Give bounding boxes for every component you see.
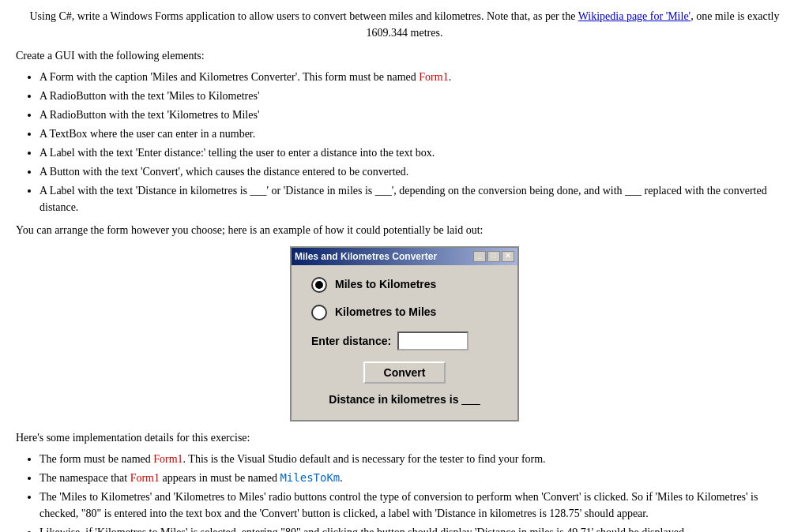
radio1-label: Miles to Kilometres: [335, 276, 436, 293]
wikipedia-link[interactable]: Wikipedia page for 'Mile': [578, 10, 691, 22]
milestokm-ref: MilesToKm: [280, 471, 340, 484]
close-button[interactable]: ✕: [502, 251, 514, 262]
radio2-row: Kilometres to Miles: [303, 301, 506, 324]
radio1-button[interactable]: [311, 277, 327, 293]
distance-blank: ___: [461, 393, 480, 406]
distance-label-text: Distance in kilometres is ___: [329, 390, 480, 409]
titlebar-title: Miles and Kilometres Converter: [295, 249, 437, 264]
gui-item-3: A RadioButton with the text 'Kilometres …: [40, 107, 793, 123]
distance-input[interactable]: [397, 332, 468, 350]
enter-distance-row: Enter distance:: [303, 328, 506, 354]
impl-item-4: Likewise, if 'Kilometres to Miles' is se…: [40, 524, 793, 532]
form-preview-area: Miles and Kilometres Converter _ □ ✕ Mil…: [16, 246, 793, 421]
convert-button[interactable]: Convert: [363, 362, 446, 384]
distance-label-prefix: Distance in kilometres is: [329, 393, 458, 406]
maximize-button[interactable]: □: [487, 251, 500, 262]
form-body: Miles to Kilometres Kilometres to Miles …: [292, 265, 517, 420]
gui-item-7: A Label with the text 'Distance in kilom…: [40, 182, 793, 215]
gui-item-6: A Button with the text 'Convert', which …: [40, 163, 793, 180]
gui-item-5: A Label with the text 'Enter distance:' …: [40, 144, 793, 161]
radio2-label: Kilometres to Miles: [335, 304, 436, 320]
intro-text-before: Using C#, write a Windows Forms applicat…: [30, 10, 578, 22]
gui-item-2: A RadioButton with the text 'Miles to Ki…: [40, 88, 793, 104]
titlebar-buttons: _ □ ✕: [473, 251, 514, 262]
impl-heading: Here's some implementation details for t…: [16, 429, 793, 446]
enter-distance-label: Enter distance:: [311, 333, 391, 350]
titlebar: Miles and Kilometres Converter _ □ ✕: [292, 248, 517, 265]
gui-item-4: A TextBox where the user can enter in a …: [40, 126, 793, 142]
radio2-button[interactable]: [311, 305, 327, 320]
intro-paragraph: Using C#, write a Windows Forms applicat…: [16, 8, 793, 41]
gui-list: A Form with the caption 'Miles and Kilom…: [40, 69, 793, 215]
convert-button-wrap: Convert: [303, 358, 506, 387]
arrange-text: You can arrange the form however you cho…: [16, 222, 793, 238]
impl-item-1: The form must be named Form1. This is th…: [40, 451, 793, 467]
gui-item-1: A Form with the caption 'Miles and Kilom…: [40, 69, 793, 85]
gui-heading: Create a GUI with the following elements…: [16, 47, 793, 64]
impl-item-2: The namespace that Form1 appears in must…: [40, 470, 793, 486]
windows-form-preview: Miles and Kilometres Converter _ □ ✕ Mil…: [290, 246, 519, 421]
distance-result-label: Distance in kilometres is ___: [329, 392, 480, 408]
impl-item-3: The 'Miles to Kilometres' and 'Kilometre…: [40, 489, 793, 522]
form1-ref-1: Form1: [419, 71, 448, 83]
impl-list: The form must be named Form1. This is th…: [40, 451, 793, 532]
form1-ref-2: Form1: [153, 453, 182, 465]
radio1-row: Miles to Kilometres: [303, 273, 506, 296]
form1-ref-3: Form1: [130, 472, 160, 484]
minimize-button[interactable]: _: [473, 251, 486, 262]
